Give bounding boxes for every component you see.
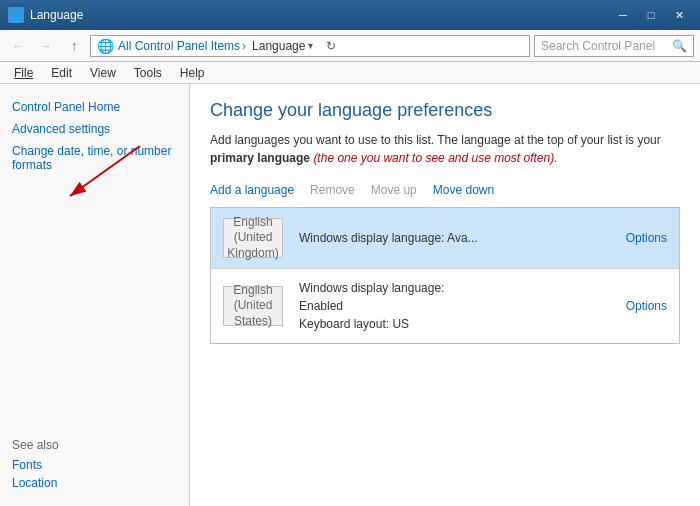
move-down-button[interactable]: Move down <box>433 183 494 197</box>
breadcrumb-root: All Control Panel Items <box>118 39 240 53</box>
see-also-section: See also Fonts Location <box>12 438 177 490</box>
page-description: Add languages you want to use to this li… <box>210 131 680 167</box>
search-icon: 🔍 <box>672 39 687 53</box>
address-box[interactable]: 🌐 All Control Panel Items › Language ▾ ↻ <box>90 35 530 57</box>
options-link-uk[interactable]: Options <box>626 231 667 245</box>
sidebar-item-change-date[interactable]: Change date, time, or number formats <box>12 144 177 172</box>
address-globe-icon: 🌐 <box>97 38 114 54</box>
address-dropdown-button[interactable]: ▾ <box>305 40 316 51</box>
language-item-us[interactable]: English (UnitedStates) Windows display l… <box>211 269 679 343</box>
page-title: Change your language preferences <box>210 100 680 121</box>
search-box[interactable]: Search Control Panel 🔍 <box>534 35 694 57</box>
options-link-us[interactable]: Options <box>626 299 667 313</box>
titlebar: 🌐 Language ─ □ ✕ <box>0 0 700 30</box>
breadcrumb-separator: › <box>242 39 246 53</box>
language-item-uk[interactable]: English (UnitedKingdom) Windows display … <box>211 208 679 269</box>
sidebar: Control Panel Home Advanced settings Cha… <box>0 84 190 506</box>
menu-help[interactable]: Help <box>172 64 213 82</box>
language-info-uk: Windows display language: Ava... <box>299 229 616 247</box>
language-info-us: Windows display language: Enabled Keyboa… <box>299 279 616 333</box>
up-button[interactable]: ↑ <box>62 34 86 58</box>
minimize-button[interactable]: ─ <box>610 5 636 25</box>
menu-view[interactable]: View <box>82 64 124 82</box>
language-toolbar: Add a language Remove Move up Move down <box>210 183 680 197</box>
globe-icon: 🌐 <box>10 10 22 21</box>
content-area: Change your language preferences Add lan… <box>190 84 700 506</box>
app-icon: 🌐 <box>8 7 24 23</box>
breadcrumb-current: Language <box>252 39 305 53</box>
language-flag-uk: English (UnitedKingdom) <box>223 218 283 258</box>
add-language-button[interactable]: Add a language <box>210 183 294 197</box>
language-list: English (UnitedKingdom) Windows display … <box>210 207 680 344</box>
maximize-button[interactable]: □ <box>638 5 664 25</box>
remove-button: Remove <box>310 183 355 197</box>
address-bar: ← → ↑ 🌐 All Control Panel Items › Langua… <box>0 30 700 62</box>
sidebar-item-location[interactable]: Location <box>12 476 177 490</box>
menu-edit[interactable]: Edit <box>43 64 80 82</box>
forward-button[interactable]: → <box>34 34 58 58</box>
primary-language-highlight: primary language <box>210 151 313 165</box>
move-up-button: Move up <box>371 183 417 197</box>
window-controls: ─ □ ✕ <box>610 5 692 25</box>
menu-file[interactable]: File <box>6 64 41 82</box>
search-placeholder: Search Control Panel <box>541 39 672 53</box>
sidebar-item-advanced-settings[interactable]: Advanced settings <box>12 122 177 136</box>
menu-bar: File Edit View Tools Help <box>0 62 700 84</box>
refresh-button[interactable]: ↻ <box>320 35 342 57</box>
main-area: Control Panel Home Advanced settings Cha… <box>0 84 700 506</box>
language-flag-us: English (UnitedStates) <box>223 286 283 326</box>
see-also-label: See also <box>12 438 177 452</box>
window-title: Language <box>30 8 610 22</box>
sidebar-item-fonts[interactable]: Fonts <box>12 458 177 472</box>
sidebar-item-control-panel-home[interactable]: Control Panel Home <box>12 100 177 114</box>
menu-tools[interactable]: Tools <box>126 64 170 82</box>
close-button[interactable]: ✕ <box>666 5 692 25</box>
back-button[interactable]: ← <box>6 34 30 58</box>
